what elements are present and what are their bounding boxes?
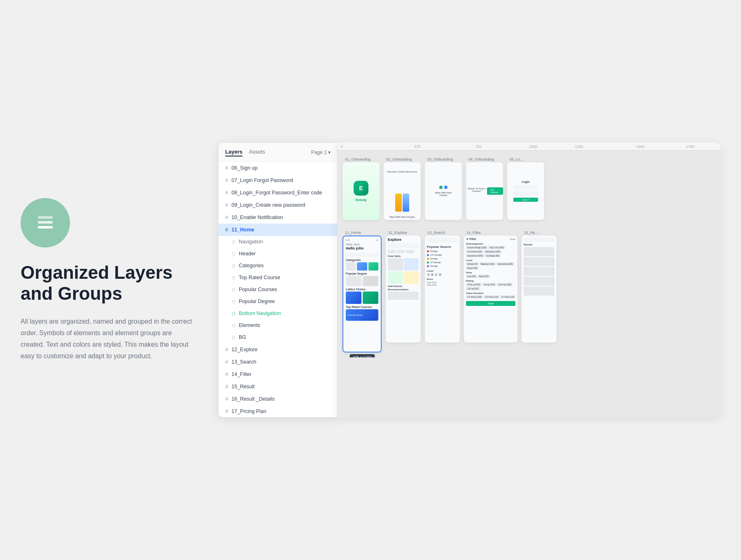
filter-price-title: Price — [466, 271, 515, 274]
filter-section-rating: Rating 4.5 & up (520) 4 & up (476) 3.5 &… — [466, 280, 515, 290]
frame-icon: ⬡ — [232, 252, 235, 256]
search-text-4: UI Design — [430, 261, 441, 264]
filter-rating-title: Rating — [466, 280, 515, 282]
degree-1 — [346, 276, 361, 286]
layer-name: 14_Filter — [231, 371, 252, 377]
screen-05-label: 05_Lo... — [507, 156, 544, 162]
layer-item-top-rated[interactable]: ⬡ Top Rated Course — [219, 272, 337, 284]
layer-item-15[interactable]: # 15_Result — [219, 380, 337, 393]
popular-search-title: Popular Search — [427, 245, 458, 249]
top-rated-card: Course Name — [346, 309, 378, 321]
layer-item[interactable]: # 07_Login Forgot Password — [219, 174, 337, 187]
filter-section-price: Price Free (60) Paid (270) — [466, 271, 515, 278]
ruler-mark-1250: 1250 — [575, 145, 583, 149]
screen-03-card: Meet With NewPeople — [425, 162, 462, 220]
screen-11-card: 9:41 ▪▪▪ Hello John, Hello john Categori… — [343, 236, 382, 352]
filter-option: Interaction (200) — [484, 250, 501, 253]
explore-content: Explore Field Skills — [386, 236, 421, 343]
explore-tags — [388, 250, 419, 253]
screen-13-label: 13_Search — [425, 229, 460, 236]
home-name: Hello john — [346, 246, 378, 250]
bottom-screens-row: 11_Home 9:41 ▪▪▪ Hello John, — [343, 229, 715, 352]
filter-apply-button[interactable]: Apply — [466, 301, 515, 306]
layer-item-popular-courses[interactable]: ⬡ Popular Courses — [219, 284, 337, 296]
layers-icon — [35, 212, 56, 233]
panel-tabs: Layers Assets — [225, 148, 265, 156]
tab-layers[interactable]: Layers — [225, 148, 242, 156]
layer-item-header[interactable]: ⬡ Header — [219, 248, 337, 260]
hash-icon: # — [225, 371, 228, 377]
layer-name: 16_Result _Details — [231, 396, 275, 402]
filter-content: ✕ Filter Reset Subcategories Course Desi… — [464, 236, 517, 343]
search-dot-2 — [427, 254, 429, 256]
layer-item[interactable]: # 08_Login_Forgot Password_Enter code — [219, 187, 337, 199]
filter-option: 0-1 Hours (188) — [466, 295, 483, 299]
ob04-btn: Get Started — [487, 187, 503, 195]
tab-assets[interactable]: Assets — [249, 148, 265, 156]
filter-option: Ui Design (80) — [485, 254, 501, 257]
degree-2 — [363, 276, 378, 286]
ruler-top: 0 375 752 1000 1250 1600 1750 — [338, 142, 720, 151]
layer-item-bg[interactable]: ⬡ BG — [219, 331, 337, 343]
panel-header: Layers Assets Page 1 ▾ — [219, 143, 337, 162]
hash-icon: # — [225, 396, 228, 402]
layer-name: Top Rated Course — [239, 275, 280, 280]
filter-subcategories-options: Course Design (100) Top 1 min (150) UI L… — [466, 246, 515, 257]
frame-icon: ⬡ — [232, 264, 235, 268]
category-3 — [368, 262, 378, 271]
layer-name: 07_Login Forgot Password — [231, 177, 293, 183]
ob02-subtitle: Meet With New People — [384, 216, 421, 218]
layer-item[interactable]: # 06_Sign up — [219, 162, 337, 174]
layer-item-11-home[interactable]: # 11_Home — [219, 224, 337, 236]
layer-item[interactable]: # 10_Enable Notification — [219, 211, 337, 224]
ruler-mark-0: 0 — [341, 145, 343, 149]
home-categories-title: Categories — [346, 259, 378, 261]
filter-subcategories-title: Subcategories — [466, 243, 515, 245]
layer-item-elements[interactable]: ⬡ Elements — [219, 320, 337, 331]
filter-option: 4 & up (476) — [482, 283, 496, 286]
tag-3 — [406, 250, 414, 253]
category-1 — [346, 262, 356, 271]
search-text-1: Design — [430, 250, 438, 252]
layer-item-navigation[interactable]: ⬡ Navigation — [219, 236, 337, 248]
screen-02-card: Discover Useful Resources Meet With New … — [384, 162, 421, 220]
layer-item-14[interactable]: # 14_Filter — [219, 368, 337, 380]
tag-1 — [388, 250, 396, 253]
layer-item[interactable]: # 09_Login_Create new password — [219, 199, 337, 211]
main-container: Organized Layers and Groups All layers a… — [21, 126, 720, 434]
filter-section-level: Level All level (5) Beginner (132) Inter… — [466, 259, 515, 270]
ob04-content: Ready To Find a Course? Get Started — [466, 162, 503, 220]
categories-row — [346, 262, 378, 271]
screen-12-label: 12_Explore — [386, 229, 421, 236]
layer-item-13[interactable]: # 13_Search — [219, 356, 337, 368]
filter-duration-options: 0-1 Hours (188) 1-3 Hours (12) 3+ Hours … — [466, 295, 515, 299]
hash-icon: # — [225, 383, 228, 390]
search-dot-5 — [427, 265, 429, 267]
search-item-3: Design — [427, 257, 458, 260]
layer-name: Header — [239, 251, 256, 257]
frame-icon: ⬡ — [232, 323, 235, 328]
layer-name: Elements — [239, 322, 260, 328]
screen-05-login: 05_Lo... Login Sign In — [507, 156, 544, 220]
layer-item-12[interactable]: # 12_Explore — [219, 343, 337, 356]
home-greeting: Hello John, — [346, 243, 378, 246]
screen-14-label: 14_Filter — [464, 229, 517, 236]
page-label[interactable]: Page 1 ▾ — [311, 149, 331, 155]
layer-item-categories[interactable]: ⬡ Categories — [219, 260, 337, 272]
top-rated-text: Course Name — [347, 314, 363, 316]
layer-item-bottom-nav[interactable]: ⬡ Bottom Navigation — [219, 308, 337, 320]
ob02-content: Discover Useful Resources Meet With New … — [384, 162, 421, 220]
screen-15-label: 15_Re... — [522, 229, 557, 236]
ruler-mark-375: 375 — [414, 145, 420, 149]
ob01-app-name: Estudy — [356, 198, 367, 202]
layer-item-16[interactable]: # 16_Result _Details — [219, 393, 337, 405]
hash-icon: # — [225, 359, 228, 365]
screen-11-home-wrapper: 11_Home 9:41 ▪▪▪ Hello John, — [343, 229, 382, 352]
hash-icon: # — [225, 202, 228, 208]
ob03-content: Meet With NewPeople — [425, 162, 462, 220]
layer-item-popular-degree[interactable]: ⬡ Popular Degree — [219, 296, 337, 308]
layer-item-17[interactable]: # 17_Prcing Plan — [219, 405, 337, 417]
size-badge: 375 × 1152 — [350, 354, 375, 357]
frame-icon: ⬡ — [232, 240, 235, 244]
filter-level-title: Level — [466, 259, 515, 261]
